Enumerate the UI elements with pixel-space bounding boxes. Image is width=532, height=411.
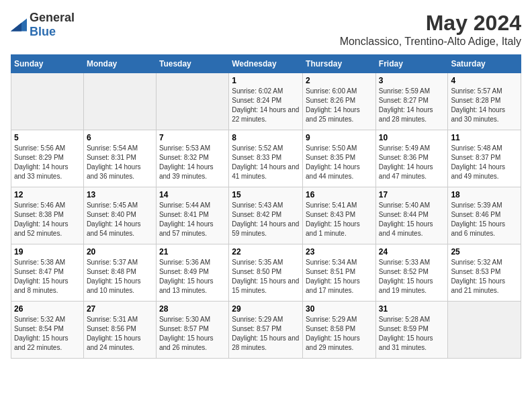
day-info: Sunrise: 5:41 AMSunset: 8:43 PMDaylight:… (306, 201, 373, 238)
day-number: 31 (379, 304, 445, 314)
generalblue-icon (11, 18, 27, 32)
day-number: 21 (159, 247, 226, 257)
calendar-cell: 4Sunrise: 5:57 AMSunset: 8:28 PMDaylight… (448, 73, 521, 130)
calendar-cell: 15Sunrise: 5:43 AMSunset: 8:42 PMDayligh… (229, 187, 303, 244)
day-number: 19 (14, 247, 81, 257)
day-number: 10 (379, 133, 445, 142)
day-number: 2 (306, 76, 373, 85)
day-info: Sunrise: 5:28 AMSunset: 8:59 PMDaylight:… (379, 315, 445, 353)
calendar-cell: 1Sunrise: 6:02 AMSunset: 8:24 PMDaylight… (229, 73, 303, 130)
calendar-cell: 23Sunrise: 5:34 AMSunset: 8:51 PMDayligh… (303, 244, 376, 302)
calendar-week-row: 1Sunrise: 6:02 AMSunset: 8:24 PMDaylight… (11, 73, 521, 130)
day-number: 30 (306, 304, 373, 314)
weekday-header-sunday: Sunday (11, 55, 84, 73)
day-info: Sunrise: 5:33 AMSunset: 8:52 PMDaylight:… (379, 258, 445, 295)
logo: General Blue (11, 11, 75, 39)
day-info: Sunrise: 5:38 AMSunset: 8:47 PMDaylight:… (14, 258, 81, 295)
calendar-cell: 2Sunrise: 6:00 AMSunset: 8:26 PMDaylight… (303, 73, 376, 130)
weekday-header-tuesday: Tuesday (156, 55, 228, 73)
day-number: 16 (306, 190, 373, 199)
weekday-header-saturday: Saturday (448, 55, 521, 73)
day-info: Sunrise: 5:48 AMSunset: 8:37 PMDaylight:… (451, 144, 518, 181)
day-number: 17 (379, 190, 445, 199)
calendar-cell: 12Sunrise: 5:46 AMSunset: 8:38 PMDayligh… (11, 187, 84, 244)
calendar-cell: 6Sunrise: 5:54 AMSunset: 8:31 PMDaylight… (83, 130, 156, 187)
calendar-cell: 25Sunrise: 5:32 AMSunset: 8:53 PMDayligh… (448, 244, 521, 302)
calendar-week-row: 19Sunrise: 5:38 AMSunset: 8:47 PMDayligh… (11, 244, 521, 302)
calendar-cell: 5Sunrise: 5:56 AMSunset: 8:29 PMDaylight… (11, 130, 84, 187)
day-info: Sunrise: 5:50 AMSunset: 8:35 PMDaylight:… (306, 144, 373, 181)
weekday-header-row: SundayMondayTuesdayWednesdayThursdayFrid… (11, 55, 521, 73)
day-number: 5 (14, 133, 81, 142)
day-info: Sunrise: 5:32 AMSunset: 8:53 PMDaylight:… (451, 258, 518, 295)
location-title: Monclassico, Trentino-Alto Adige, Italy (340, 36, 521, 48)
day-number: 13 (87, 190, 153, 199)
calendar-cell: 18Sunrise: 5:39 AMSunset: 8:46 PMDayligh… (448, 187, 521, 244)
calendar-cell: 22Sunrise: 5:35 AMSunset: 8:50 PMDayligh… (229, 244, 303, 302)
day-info: Sunrise: 5:40 AMSunset: 8:44 PMDaylight:… (379, 201, 445, 238)
calendar-cell: 14Sunrise: 5:44 AMSunset: 8:41 PMDayligh… (156, 187, 228, 244)
logo-blue-text: Blue (30, 25, 56, 38)
day-info: Sunrise: 5:53 AMSunset: 8:32 PMDaylight:… (159, 144, 226, 181)
day-info: Sunrise: 5:39 AMSunset: 8:46 PMDaylight:… (451, 201, 518, 238)
logo-general-text: General (30, 11, 75, 24)
day-info: Sunrise: 5:29 AMSunset: 8:57 PMDaylight:… (232, 315, 300, 353)
day-number: 3 (379, 76, 445, 85)
title-area: May 2024 Monclassico, Trentino-Alto Adig… (340, 11, 521, 48)
weekday-header-monday: Monday (83, 55, 156, 73)
day-info: Sunrise: 5:36 AMSunset: 8:49 PMDaylight:… (159, 258, 226, 295)
calendar-week-row: 26Sunrise: 5:32 AMSunset: 8:54 PMDayligh… (11, 302, 521, 359)
weekday-header-thursday: Thursday (303, 55, 376, 73)
calendar-cell: 29Sunrise: 5:29 AMSunset: 8:57 PMDayligh… (229, 302, 303, 359)
calendar-cell (11, 73, 84, 130)
weekday-header-wednesday: Wednesday (229, 55, 303, 73)
calendar-cell: 9Sunrise: 5:50 AMSunset: 8:35 PMDaylight… (303, 130, 376, 187)
day-info: Sunrise: 5:44 AMSunset: 8:41 PMDaylight:… (159, 201, 226, 238)
month-title: May 2024 (340, 11, 521, 36)
calendar-cell: 30Sunrise: 5:29 AMSunset: 8:58 PMDayligh… (303, 302, 376, 359)
day-info: Sunrise: 5:29 AMSunset: 8:58 PMDaylight:… (306, 315, 373, 353)
day-number: 29 (232, 304, 300, 314)
calendar-cell: 3Sunrise: 5:59 AMSunset: 8:27 PMDaylight… (375, 73, 448, 130)
day-number: 26 (14, 304, 81, 314)
calendar-cell (448, 302, 521, 359)
header: General Blue May 2024 Monclassico, Trent… (11, 11, 521, 48)
day-number: 7 (159, 133, 226, 142)
calendar-cell: 10Sunrise: 5:49 AMSunset: 8:36 PMDayligh… (375, 130, 448, 187)
day-info: Sunrise: 5:57 AMSunset: 8:28 PMDaylight:… (451, 87, 518, 124)
day-number: 20 (87, 247, 153, 257)
day-number: 15 (232, 190, 300, 199)
calendar-cell (83, 73, 156, 130)
calendar-cell: 24Sunrise: 5:33 AMSunset: 8:52 PMDayligh… (375, 244, 448, 302)
calendar-cell: 28Sunrise: 5:30 AMSunset: 8:57 PMDayligh… (156, 302, 228, 359)
calendar-cell: 31Sunrise: 5:28 AMSunset: 8:59 PMDayligh… (375, 302, 448, 359)
calendar-cell: 7Sunrise: 5:53 AMSunset: 8:32 PMDaylight… (156, 130, 228, 187)
day-number: 4 (451, 76, 518, 85)
day-number: 24 (379, 247, 445, 257)
day-number: 28 (159, 304, 226, 314)
calendar-cell: 26Sunrise: 5:32 AMSunset: 8:54 PMDayligh… (11, 302, 84, 359)
calendar-cell: 27Sunrise: 5:31 AMSunset: 8:56 PMDayligh… (83, 302, 156, 359)
calendar-cell (156, 73, 228, 130)
day-number: 23 (306, 247, 373, 257)
day-info: Sunrise: 5:49 AMSunset: 8:36 PMDaylight:… (379, 144, 445, 181)
day-info: Sunrise: 5:34 AMSunset: 8:51 PMDaylight:… (306, 258, 373, 295)
day-info: Sunrise: 5:45 AMSunset: 8:40 PMDaylight:… (87, 201, 153, 238)
day-info: Sunrise: 5:46 AMSunset: 8:38 PMDaylight:… (14, 201, 81, 238)
day-number: 18 (451, 190, 518, 199)
svg-marker-1 (11, 23, 21, 32)
calendar-cell: 13Sunrise: 5:45 AMSunset: 8:40 PMDayligh… (83, 187, 156, 244)
day-number: 1 (232, 76, 300, 85)
day-info: Sunrise: 5:31 AMSunset: 8:56 PMDaylight:… (87, 315, 153, 353)
calendar-cell: 20Sunrise: 5:37 AMSunset: 8:48 PMDayligh… (83, 244, 156, 302)
day-info: Sunrise: 5:30 AMSunset: 8:57 PMDaylight:… (159, 315, 226, 353)
day-number: 14 (159, 190, 226, 199)
day-info: Sunrise: 5:35 AMSunset: 8:50 PMDaylight:… (232, 258, 300, 295)
calendar-week-row: 5Sunrise: 5:56 AMSunset: 8:29 PMDaylight… (11, 130, 521, 187)
day-number: 8 (232, 133, 300, 142)
day-number: 25 (451, 247, 518, 257)
calendar-cell: 19Sunrise: 5:38 AMSunset: 8:47 PMDayligh… (11, 244, 84, 302)
calendar-week-row: 12Sunrise: 5:46 AMSunset: 8:38 PMDayligh… (11, 187, 521, 244)
day-number: 11 (451, 133, 518, 142)
day-info: Sunrise: 5:54 AMSunset: 8:31 PMDaylight:… (87, 144, 153, 181)
